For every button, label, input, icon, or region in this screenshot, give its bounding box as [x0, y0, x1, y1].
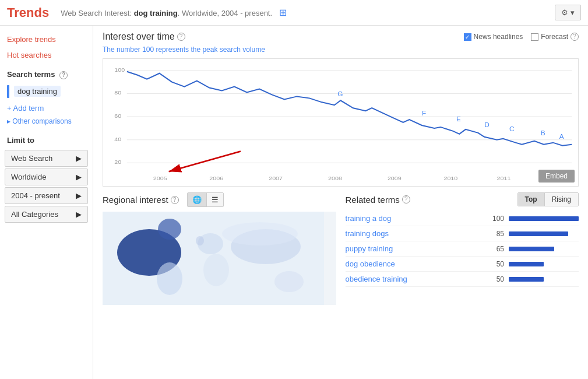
- svg-text:G: G: [337, 91, 343, 98]
- lower-sections: Regional interest ? 🌐 ☰: [103, 192, 579, 305]
- limit-to-title: Limit to: [0, 128, 93, 148]
- related-term-row: training a dog 100: [346, 211, 579, 226]
- chart-svg: 100 80 60 40 20 2005 2006 2007 2008 2009…: [103, 59, 578, 186]
- svg-text:E: E: [456, 115, 461, 122]
- forecast-checkbox[interactable]: [531, 33, 538, 41]
- svg-text:B: B: [541, 129, 545, 136]
- svg-point-34: [222, 222, 298, 245]
- list-view-btn[interactable]: ☰: [207, 193, 223, 206]
- explore-trends-link[interactable]: Explore trends: [0, 31, 93, 47]
- related-term-link-1[interactable]: training dogs: [346, 229, 484, 238]
- search-terms-section: Search terms ?: [0, 63, 93, 82]
- forecast-toggle[interactable]: Forecast ?: [531, 33, 579, 41]
- map-view-btn[interactable]: 🌐: [188, 193, 207, 206]
- related-term-bar-4: [509, 277, 544, 282]
- related-term-bar-3: [509, 262, 544, 266]
- related-term-link-4[interactable]: obedience training: [346, 275, 484, 283]
- top-button[interactable]: Top: [518, 193, 545, 206]
- regional-map: [103, 212, 336, 305]
- related-term-bar-2: [509, 247, 554, 251]
- svg-text:D: D: [484, 121, 490, 128]
- news-headlines-toggle[interactable]: ✓ News headlines: [464, 33, 523, 41]
- logo: Trends: [7, 5, 49, 20]
- forecast-help-icon[interactable]: ?: [571, 33, 579, 41]
- related-header: Related terms ? Top Rising: [346, 192, 579, 206]
- related-term-score-0: 100: [484, 215, 504, 223]
- search-terms-help-icon[interactable]: ?: [59, 71, 68, 79]
- related-term-score-4: 50: [484, 275, 504, 283]
- search-term-color-bar: [7, 85, 9, 98]
- search-term-value: dog training: [14, 86, 61, 97]
- related-term-link-2[interactable]: puppy training: [346, 244, 484, 253]
- svg-text:60: 60: [114, 113, 121, 119]
- svg-point-29: [158, 219, 181, 240]
- geo-icon: ⊞: [279, 8, 287, 17]
- arrow-right-icon-4: ▶: [76, 210, 82, 219]
- svg-point-36: [196, 236, 204, 245]
- related-term-bar-0: [509, 216, 579, 221]
- chart-controls: ✓ News headlines Forecast ?: [456, 33, 579, 41]
- svg-text:F: F: [422, 110, 426, 117]
- svg-text:C: C: [509, 125, 515, 132]
- related-term-score-3: 50: [484, 260, 504, 268]
- svg-text:2011: 2011: [497, 175, 511, 181]
- other-comparisons-link[interactable]: ▸ Other comparisons: [0, 115, 93, 128]
- map-view-toggle: 🌐 ☰: [187, 192, 224, 207]
- svg-text:2008: 2008: [328, 175, 342, 181]
- svg-text:2005: 2005: [153, 175, 167, 181]
- svg-text:20: 20: [114, 159, 121, 166]
- search-term-header: dog training: [134, 9, 178, 17]
- header-subtitle: Web Search Interest: dog training. World…: [61, 7, 555, 18]
- embed-button[interactable]: Embed: [538, 170, 575, 183]
- add-term-link[interactable]: + Add term: [0, 101, 93, 115]
- related-title: Related terms: [346, 195, 400, 205]
- search-term-item: dog training: [0, 83, 93, 100]
- svg-text:80: 80: [114, 90, 121, 96]
- settings-dropdown-arrow: ▾: [571, 8, 575, 17]
- arrow-right-icon-2: ▶: [76, 173, 82, 181]
- related-terms-list: training a dog 100 training dogs 85: [346, 211, 579, 287]
- layout: Explore trends Hot searches Search terms…: [0, 26, 588, 379]
- svg-point-35: [274, 271, 304, 292]
- related-term-score-1: 85: [484, 230, 504, 238]
- related-term-bar-container-4: [509, 277, 579, 282]
- arrow-right-icon-3: ▶: [76, 191, 82, 200]
- worldwide-filter[interactable]: Worldwide ▶: [5, 169, 88, 185]
- svg-text:2009: 2009: [388, 175, 402, 181]
- related-help-icon[interactable]: ?: [402, 195, 410, 203]
- arrow-right-icon: ▶: [76, 154, 82, 163]
- related-term-row: obedience training 50: [346, 272, 579, 287]
- related-terms-section: Related terms ? Top Rising training a do…: [346, 192, 579, 305]
- svg-text:2006: 2006: [209, 175, 223, 181]
- sidebar: Explore trends Hot searches Search terms…: [0, 26, 93, 379]
- map-svg: [103, 212, 324, 305]
- chart-help-icon[interactable]: ?: [177, 33, 185, 41]
- related-term-bar-container-3: [509, 262, 579, 266]
- related-term-row: puppy training 65: [346, 241, 579, 257]
- related-term-row: dog obedience 50: [346, 257, 579, 272]
- regional-header: Regional interest ? 🌐 ☰: [103, 192, 336, 207]
- related-term-bar-container-0: [509, 216, 579, 221]
- interest-over-time-title: Interest over time ?: [103, 31, 185, 42]
- subtitle-suffix: . Worldwide, 2004 - present.: [178, 9, 272, 17]
- related-term-bar-container-2: [509, 247, 579, 251]
- web-search-filter[interactable]: Web Search ▶: [5, 150, 88, 167]
- related-term-link-3[interactable]: dog obedience: [346, 259, 484, 268]
- rising-button[interactable]: Rising: [545, 193, 578, 206]
- regional-title: Regional interest: [103, 195, 168, 205]
- hot-searches-link[interactable]: Hot searches: [0, 47, 93, 63]
- categories-filter[interactable]: All Categories ▶: [5, 206, 88, 223]
- subtitle-prefix: Web Search Interest:: [61, 9, 134, 17]
- news-headlines-checkbox[interactable]: ✓: [464, 33, 471, 41]
- related-term-score-2: 65: [484, 245, 504, 253]
- svg-point-32: [203, 254, 229, 286]
- regional-help-icon[interactable]: ?: [171, 196, 179, 204]
- svg-text:A: A: [559, 133, 564, 140]
- settings-button[interactable]: ⚙ ▾: [555, 5, 581, 20]
- svg-point-30: [157, 262, 182, 295]
- regional-interest-section: Regional interest ? 🌐 ☰: [103, 192, 336, 305]
- date-range-filter[interactable]: 2004 - present ▶: [5, 187, 88, 204]
- related-term-link-0[interactable]: training a dog: [346, 214, 484, 223]
- top-rising-toggle: Top Rising: [517, 192, 579, 206]
- svg-text:2010: 2010: [443, 175, 457, 181]
